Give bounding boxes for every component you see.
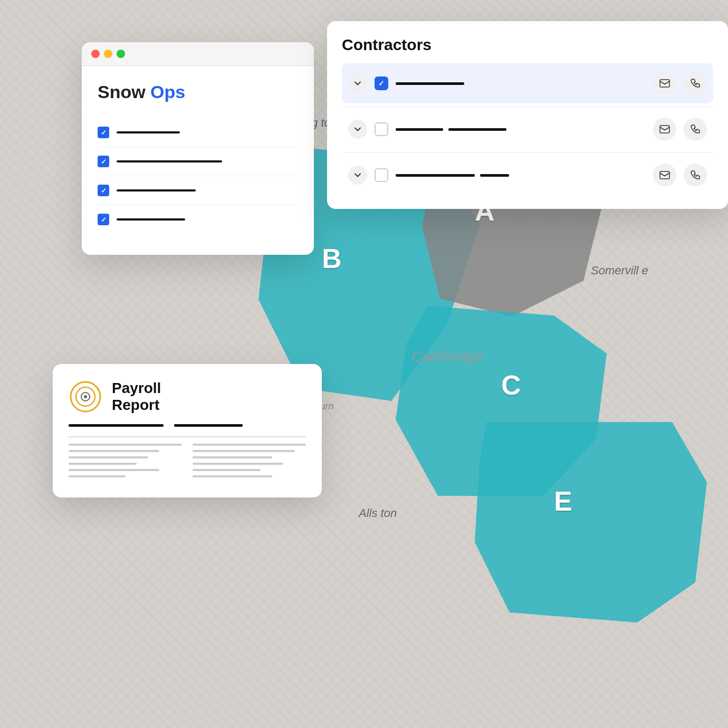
map-label-e: E	[554, 485, 572, 517]
payroll-line-l6	[69, 475, 126, 477]
close-button[interactable]	[91, 50, 100, 58]
payroll-line-l5	[69, 469, 159, 471]
minimize-button[interactable]	[104, 50, 112, 58]
svg-rect-2	[660, 171, 669, 179]
payroll-icon	[69, 380, 102, 414]
checklist-item-4	[98, 205, 298, 234]
contractor-row-3	[342, 155, 713, 195]
payroll-line-l1	[69, 444, 182, 446]
email-btn-2[interactable]	[653, 118, 676, 141]
checklist-line-2	[117, 160, 222, 162]
map-text-allston: Alls ton	[359, 506, 397, 520]
checklist-line-4	[117, 218, 185, 221]
name-bar-1a	[396, 82, 464, 85]
payroll-title-line1: Payroll	[112, 380, 161, 397]
name-bar-2a	[396, 128, 443, 131]
payroll-title: Payroll Report	[112, 380, 161, 414]
payroll-card: Payroll Report	[53, 364, 322, 497]
checklist-item-2	[98, 147, 298, 176]
chevron-down-icon-3	[354, 171, 361, 179]
snow-ops-title: Snow Ops	[98, 82, 298, 102]
checkbox-4[interactable]	[98, 214, 109, 225]
checkbox-3[interactable]	[98, 185, 109, 196]
email-icon-3	[659, 171, 670, 179]
name-bar-3b	[480, 174, 509, 177]
checklist-line-3	[117, 189, 196, 191]
payroll-header-bars	[69, 424, 306, 432]
payroll-line-r3	[193, 456, 272, 458]
payroll-line-r1	[193, 444, 306, 446]
payroll-line-l3	[69, 456, 148, 458]
email-icon-1	[659, 79, 670, 88]
payroll-title-line2: Report	[112, 397, 161, 414]
contractor-checkbox-3[interactable]	[375, 168, 388, 182]
snow-ops-title-ops: Ops	[150, 82, 185, 102]
maximize-button[interactable]	[117, 50, 125, 58]
divider-1	[342, 107, 713, 107]
payroll-header: Payroll Report	[69, 380, 306, 414]
payroll-line-l2	[69, 450, 159, 452]
name-bar-3a	[396, 174, 475, 177]
chevron-down-icon-1	[354, 80, 361, 87]
payroll-top-divider	[69, 436, 306, 437]
contractor-checkbox-1[interactable]	[375, 76, 388, 90]
map-label-b: B	[322, 243, 342, 274]
email-btn-3[interactable]	[653, 164, 676, 187]
chevron-btn-3[interactable]	[348, 166, 367, 185]
chevron-btn-2[interactable]	[348, 120, 367, 139]
payroll-col-right	[193, 444, 306, 482]
payroll-lines	[69, 444, 306, 482]
payroll-line-r2	[193, 450, 295, 452]
name-bar-2b	[448, 128, 506, 131]
checkbox-2[interactable]	[98, 156, 109, 167]
svg-rect-0	[660, 80, 669, 87]
contractors-title: Contractors	[342, 36, 713, 54]
payroll-col-left	[69, 444, 182, 482]
phone-icon-3	[691, 170, 700, 180]
payroll-line-l4	[69, 463, 137, 465]
checklist-line-1	[117, 131, 180, 133]
checklist-item-1	[98, 118, 298, 147]
snow-ops-window: Snow Ops	[82, 42, 314, 255]
payroll-header-bar-1	[69, 424, 164, 427]
email-btn-1[interactable]	[653, 72, 676, 95]
phone-btn-1[interactable]	[684, 72, 707, 95]
divider-2	[342, 152, 713, 153]
payroll-line-r4	[193, 463, 283, 465]
map-text-cambridge: Cambridge	[411, 348, 484, 365]
contractor-name-2	[396, 128, 646, 131]
phone-icon-1	[691, 79, 700, 88]
contractor-name-1	[396, 82, 646, 85]
map-label-c: C	[501, 369, 521, 401]
checklist-item-3	[98, 176, 298, 205]
payroll-line-r6	[193, 475, 272, 477]
window-titlebar	[82, 42, 314, 66]
snow-ops-content: Snow Ops	[82, 66, 314, 255]
checkbox-1[interactable]	[98, 127, 109, 138]
contractor-name-3	[396, 174, 646, 177]
chevron-btn-1[interactable]	[348, 74, 367, 93]
phone-btn-2[interactable]	[684, 118, 707, 141]
phone-btn-3[interactable]	[684, 164, 707, 187]
email-icon-2	[659, 125, 670, 133]
chevron-down-icon-2	[354, 126, 361, 133]
map-region-e	[475, 422, 707, 622]
map-text-somerville: Somervill e	[591, 264, 648, 277]
phone-icon-2	[691, 124, 700, 134]
contractor-row-2	[342, 109, 713, 149]
contractors-panel: Contractors	[327, 21, 728, 209]
payroll-header-bar-2	[174, 424, 243, 427]
payroll-line-r5	[193, 469, 261, 471]
svg-rect-1	[660, 126, 669, 133]
svg-point-6	[84, 395, 87, 398]
contractor-row-1	[342, 63, 713, 103]
contractor-checkbox-2[interactable]	[375, 122, 388, 136]
